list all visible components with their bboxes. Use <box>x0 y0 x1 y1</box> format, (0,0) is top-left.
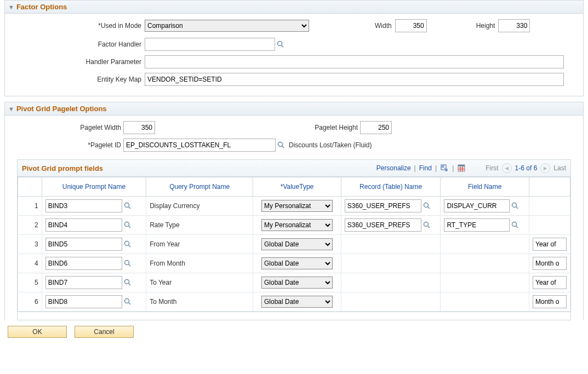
factor-options-section: ▼ Factor Options *Used in Mode Compariso… <box>4 0 584 96</box>
svg-line-20 <box>427 226 430 228</box>
entity-key-map-input[interactable] <box>145 73 564 86</box>
unique-prompt-input[interactable] <box>45 257 122 270</box>
collapse-icon: ▼ <box>8 4 14 10</box>
extra-input[interactable] <box>533 276 567 289</box>
svg-point-13 <box>424 203 428 208</box>
nav-range: 1-6 of 6 <box>515 164 538 172</box>
query-prompt-name: To Month <box>146 292 253 312</box>
svg-line-30 <box>128 303 130 305</box>
row-number: 6 <box>18 292 42 312</box>
pagelet-width-input[interactable] <box>123 121 155 134</box>
next-icon[interactable]: ► <box>540 163 550 173</box>
pivot-options-title: Pivot Grid Pagelet Options <box>16 105 107 113</box>
svg-point-2 <box>278 142 283 147</box>
lookup-icon[interactable] <box>123 240 132 249</box>
svg-point-19 <box>424 222 428 227</box>
extra-input[interactable] <box>533 295 567 308</box>
col-record-name[interactable]: Record (Table) Name <box>341 177 441 197</box>
query-prompt-name: From Year <box>146 235 253 254</box>
handler-parameter-label: Handler Parameter <box>5 58 145 66</box>
factor-handler-label: Factor Handler <box>5 41 145 48</box>
value-type-select[interactable]: My Personalizat <box>261 200 333 212</box>
col-unique-prompt[interactable]: Unique Prompt Name <box>42 177 146 197</box>
factor-handler-input[interactable] <box>145 38 275 51</box>
field-name-input[interactable] <box>444 199 510 212</box>
unique-prompt-input[interactable] <box>45 238 122 251</box>
unique-prompt-input[interactable] <box>45 295 122 308</box>
used-in-mode-select[interactable]: Comparison <box>145 20 309 32</box>
lookup-icon[interactable] <box>511 221 520 229</box>
col-field-name[interactable]: Field Name <box>441 177 529 197</box>
width-input[interactable] <box>395 19 427 32</box>
pagelet-height-input[interactable] <box>360 121 392 134</box>
table-row: 3From YearGlobal Date <box>18 235 570 254</box>
lookup-icon[interactable] <box>423 202 431 210</box>
table-row: 5To YearGlobal Date <box>18 273 570 292</box>
lookup-icon[interactable] <box>123 278 132 287</box>
row-number: 4 <box>18 254 42 273</box>
svg-point-21 <box>512 222 517 227</box>
factor-options-header[interactable]: ▼ Factor Options <box>5 1 583 14</box>
value-type-select[interactable]: My Personalizat <box>261 219 333 231</box>
grid-table: Unique Prompt Name Query Prompt Name *Va… <box>18 177 570 312</box>
svg-point-17 <box>124 222 129 227</box>
nav-first[interactable]: First <box>486 164 498 172</box>
record-name-input[interactable] <box>345 199 421 212</box>
lookup-icon[interactable] <box>423 221 431 229</box>
svg-point-15 <box>512 203 517 208</box>
personalize-link[interactable]: Personalize <box>376 164 411 172</box>
pivot-options-header[interactable]: ▼ Pivot Grid Pagelet Options <box>5 102 583 116</box>
lookup-icon[interactable] <box>276 40 285 49</box>
svg-rect-6 <box>458 165 465 166</box>
svg-line-26 <box>128 264 130 267</box>
col-query-prompt[interactable]: Query Prompt Name <box>146 177 253 197</box>
extra-input[interactable] <box>533 238 567 251</box>
row-number: 5 <box>18 273 42 292</box>
value-type-select[interactable]: Global Date <box>261 296 333 308</box>
pivot-options-section: ▼ Pivot Grid Pagelet Options Pagelet Wid… <box>4 102 584 320</box>
height-label: Height <box>476 22 495 30</box>
table-row: 4From MonthGlobal Date <box>18 254 570 273</box>
row-number: 3 <box>18 235 42 254</box>
prev-icon[interactable]: ◄ <box>502 163 512 173</box>
lookup-icon[interactable] <box>123 259 132 268</box>
pagelet-width-label: Pagelet Width <box>5 124 123 131</box>
lookup-icon[interactable] <box>277 141 286 149</box>
nav-last[interactable]: Last <box>553 164 566 172</box>
height-input[interactable] <box>498 19 530 32</box>
value-type-select[interactable]: Global Date <box>261 238 333 250</box>
cancel-button[interactable]: Cancel <box>75 326 134 338</box>
unique-prompt-input[interactable] <box>45 218 122 232</box>
svg-line-3 <box>282 146 284 148</box>
lookup-icon[interactable] <box>123 221 132 229</box>
col-value-type[interactable]: *ValueType <box>253 177 341 197</box>
lookup-icon[interactable] <box>511 202 520 210</box>
query-prompt-name: Rate Type <box>146 216 253 235</box>
svg-line-18 <box>128 226 130 228</box>
horizontal-scrollbar[interactable] <box>18 312 570 320</box>
value-type-select[interactable]: Global Date <box>261 257 333 269</box>
svg-point-23 <box>124 241 129 246</box>
collapse-icon: ▼ <box>8 106 14 112</box>
row-number: 2 <box>18 216 42 235</box>
zoom-icon[interactable] <box>440 164 449 172</box>
find-link[interactable]: Find <box>419 164 432 172</box>
handler-parameter-input[interactable] <box>145 55 564 68</box>
table-row: 1Display CurrencyMy Personalizat <box>18 197 570 216</box>
field-name-input[interactable] <box>444 218 510 232</box>
svg-point-25 <box>124 261 129 265</box>
svg-line-12 <box>128 207 130 209</box>
unique-prompt-input[interactable] <box>45 276 122 289</box>
record-name-input[interactable] <box>345 218 421 232</box>
used-in-mode-label: *Used in Mode <box>5 22 145 30</box>
pagelet-id-input[interactable] <box>123 139 276 152</box>
unique-prompt-input[interactable] <box>45 199 122 212</box>
lookup-icon[interactable] <box>123 297 132 306</box>
svg-point-27 <box>124 280 129 284</box>
extra-input[interactable] <box>533 257 567 270</box>
spreadsheet-icon[interactable] <box>457 164 466 172</box>
value-type-select[interactable]: Global Date <box>261 277 333 289</box>
svg-point-0 <box>278 42 282 46</box>
ok-button[interactable]: OK <box>8 326 67 338</box>
lookup-icon[interactable] <box>123 202 132 210</box>
